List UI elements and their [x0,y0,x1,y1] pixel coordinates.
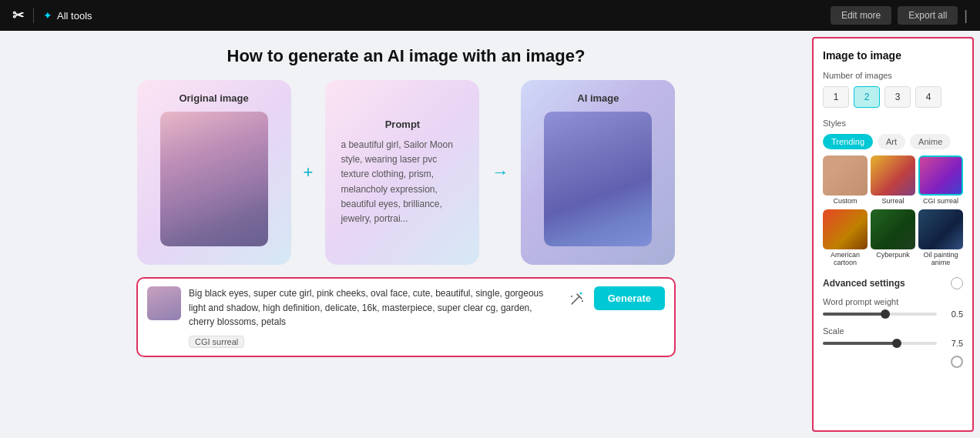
scale-value: 7.5 [941,339,963,348]
style-item-cyberpunk[interactable]: Cyberpunk [871,209,915,268]
scale-slider-row: 7.5 [823,339,963,348]
num-images-4[interactable]: 4 [915,86,941,108]
style-item-american[interactable]: American cartoon [823,209,868,268]
original-image-label: Original image [179,92,248,104]
prompt-card: Prompt a beautiful girl, Sailor Moon sty… [325,80,479,265]
num-images-3[interactable]: 3 [884,86,911,108]
word-prompt-weight-value: 0.5 [941,309,963,319]
num-images-selector: 1 2 3 4 [823,86,963,108]
more-options-icon[interactable]: | [964,8,968,24]
scale-label: Scale [823,326,963,336]
original-image-placeholder [160,112,268,246]
style-label-cgi: CGI surreal [918,196,963,206]
style-item-custom[interactable]: Custom [823,155,868,206]
style-label-custom: Custom [823,196,868,206]
tools-icon: ✦ [43,9,52,22]
style-img-surreal [871,155,915,196]
style-tab-anime[interactable]: Anime [910,134,951,149]
prompt-text: a beautiful girl, Sailor Moon style, wea… [341,138,464,226]
center-panel: How to generate an AI image with an imag… [0,31,812,438]
original-image-fill [160,112,268,246]
advanced-settings-row: Advanced settings [823,277,963,289]
style-img-cyberpunk [871,209,915,249]
ai-image-placeholder [544,112,652,246]
style-img-cgi [918,155,963,196]
word-prompt-weight-section: Word prompt weight 0.5 [823,297,963,319]
word-prompt-weight-slider-row: 0.5 [823,309,963,319]
input-content: Big black eyes, super cute girl, pink ch… [189,286,559,348]
style-item-oil[interactable]: Oil painting anime [918,209,963,268]
scale-fill [823,342,897,345]
original-image-card: Original image [137,80,291,265]
bottom-input-area: Big black eyes, super cute girl, pink ch… [136,277,676,357]
page-title: How to generate an AI image with an imag… [227,46,586,66]
word-prompt-weight-thumb[interactable] [881,309,890,319]
sidebar-title: Image to image [823,49,963,62]
tools-label: All tools [57,10,92,22]
styles-label: Styles [823,119,963,128]
style-tabs: Trending Art Anime [823,134,963,149]
style-img-custom [823,155,868,196]
style-label-american: American cartoon [823,249,868,268]
style-grid: Custom Surreal CGI surreal American cart… [823,155,963,268]
logo-icon: ✂ [12,7,24,24]
input-prompt-text: Big black eyes, super cute girl, pink ch… [189,286,559,329]
style-item-cgi[interactable]: CGI surreal [918,155,963,206]
ai-image-fill [544,112,652,246]
style-img-oil [918,209,963,249]
num-images-1[interactable]: 1 [823,86,849,108]
svg-point-0 [579,292,582,294]
style-img-american [823,209,868,249]
num-images-2[interactable]: 2 [854,86,880,108]
input-style-tag[interactable]: CGI surreal [189,336,244,348]
style-label-surreal: Surreal [871,196,915,206]
word-prompt-weight-track[interactable] [823,313,937,316]
input-actions: Generate [566,286,665,310]
plus-connector-icon: + [304,162,314,182]
word-prompt-weight-label: Word prompt weight [823,297,963,306]
num-images-label: Number of images [823,71,963,80]
svg-point-1 [571,296,572,297]
word-prompt-weight-fill [823,313,885,316]
advanced-settings-toggle[interactable] [951,277,963,289]
main-content: How to generate an AI image with an imag… [0,31,980,438]
header-divider [33,8,34,23]
scale-track[interactable] [823,342,937,345]
bottom-circle-icon[interactable] [951,356,963,368]
scale-section: Scale 7.5 [823,326,963,348]
header: ✂ ✦ All tools Edit more Export all | [0,0,980,31]
export-all-button[interactable]: Export all [898,6,958,25]
generate-button[interactable]: Generate [594,286,665,310]
arrow-connector-icon: → [492,162,508,182]
style-item-surreal[interactable]: Surreal [871,155,915,206]
right-sidebar: Image to image Number of images 1 2 3 4 … [812,37,974,432]
style-tab-trending[interactable]: Trending [823,134,873,149]
all-tools-button[interactable]: ✦ All tools [43,9,92,22]
input-thumbnail [147,286,181,320]
style-label-cyberpunk: Cyberpunk [871,249,915,260]
ai-image-label: AI image [577,92,619,104]
workflow-diagram: Original image + Prompt a beautiful girl… [137,80,676,265]
ai-image-card: AI image [521,80,675,265]
edit-more-button[interactable]: Edit more [831,6,891,25]
header-right: Edit more Export all | [831,6,968,25]
style-label-oil: Oil painting anime [918,249,963,268]
style-tab-art[interactable]: Art [878,134,905,149]
scale-thumb[interactable] [892,339,901,348]
magic-wand-icon[interactable] [566,288,588,309]
svg-point-2 [582,300,583,302]
advanced-settings-label: Advanced settings [823,278,905,289]
prompt-label: Prompt [341,119,464,130]
